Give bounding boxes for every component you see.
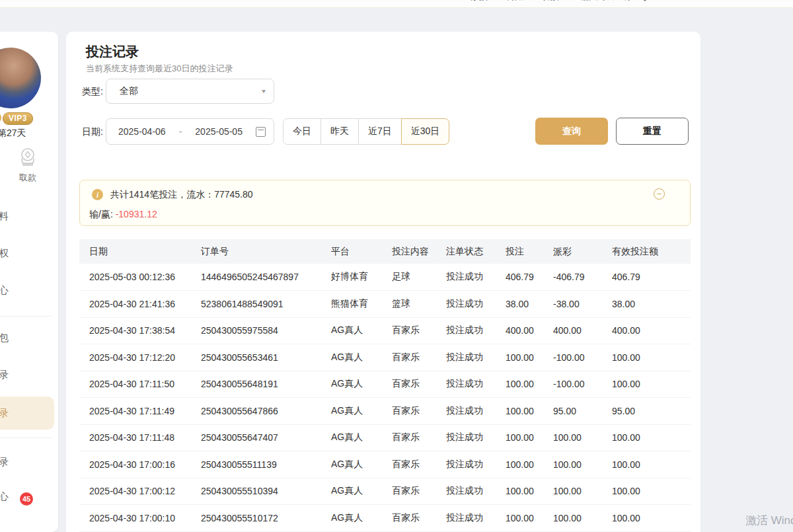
table-column-header: 有效投注额 bbox=[609, 239, 691, 264]
sidebar-item-records[interactable]: 录 bbox=[0, 369, 57, 381]
cell-order: 250430055647866 bbox=[198, 398, 328, 425]
quick-range-近30日[interactable]: 近30日 bbox=[401, 118, 450, 145]
type-select-value: 全部 bbox=[120, 85, 138, 97]
date-start-value: 2025-04-06 bbox=[118, 126, 166, 137]
table-row: 2025-04-30 17:38:54250430055975584AG真人百家… bbox=[79, 317, 691, 344]
cell-valid: 100.00 bbox=[609, 478, 691, 505]
summary-winloss: 输/赢: -10931.12 bbox=[89, 209, 157, 221]
cell-bet: 100.00 bbox=[503, 478, 550, 505]
sidebar-item-profile[interactable]: 料 bbox=[0, 210, 57, 223]
cell-valid: 100.00 bbox=[609, 505, 691, 532]
table-column-header: 投注内容 bbox=[389, 239, 443, 264]
summary-box: i 共计1414笔投注，流水：77745.80 − 输/赢: -10931.12 bbox=[79, 180, 691, 226]
cell-valid: 100.00 bbox=[609, 451, 691, 478]
table-column-header: 派彩 bbox=[550, 239, 609, 264]
cell-date: 2025-05-03 00:12:36 bbox=[79, 264, 198, 291]
cell-status: 投注成功 bbox=[443, 424, 503, 451]
cell-payout: 100.00 bbox=[550, 505, 609, 532]
cell-payout: 100.00 bbox=[550, 478, 609, 505]
query-button[interactable]: 查询 bbox=[535, 118, 608, 145]
sidebar-withdraw-button[interactable]: 取款 bbox=[11, 145, 45, 184]
cell-platform: AG真人 bbox=[328, 505, 389, 532]
page-title: 投注记录 bbox=[86, 43, 139, 61]
cell-content: 足球 bbox=[389, 264, 443, 291]
info-icon: i bbox=[92, 189, 103, 200]
sidebar-item-bet-records-active[interactable]: 录 bbox=[0, 397, 54, 430]
cell-date: 2025-04-30 17:38:54 bbox=[79, 317, 198, 344]
cell-valid: 100.00 bbox=[609, 344, 691, 371]
cell-payout: -38.00 bbox=[550, 291, 609, 318]
cell-date: 2025-04-30 17:12:20 bbox=[79, 344, 198, 371]
bet-records-table: 日期订单号平台投注内容注单状态投注派彩有效投注额 2025-05-03 00:1… bbox=[79, 239, 691, 532]
reset-button[interactable]: 重置 bbox=[616, 118, 689, 145]
cell-valid: 406.79 bbox=[609, 264, 691, 291]
nav-search-text: 输入游戏名称 bbox=[580, 0, 632, 1]
quick-range-近7日[interactable]: 近7日 bbox=[358, 118, 402, 145]
cell-content: 百家乐 bbox=[389, 478, 443, 505]
table-header-row: 日期订单号平台投注内容注单状态投注派彩有效投注额 bbox=[79, 239, 691, 264]
calendar-icon[interactable] bbox=[256, 127, 266, 137]
quick-range-今日[interactable]: 今日 bbox=[283, 118, 321, 145]
search-icon[interactable]: 🔍 bbox=[636, 0, 646, 1]
cell-order: 250430055511139 bbox=[198, 451, 328, 478]
nav-search-input[interactable]: 输入游戏名称🔍 bbox=[580, 0, 646, 3]
table-row: 2025-04-30 17:11:48250430055647407AG真人百家… bbox=[79, 424, 691, 451]
sidebar-item-privilege[interactable]: 权 bbox=[0, 247, 57, 260]
cell-date: 2025-04-30 17:00:12 bbox=[79, 478, 198, 505]
cell-payout: 95.00 bbox=[550, 398, 609, 425]
cell-status: 投注成功 bbox=[443, 398, 503, 425]
cell-platform: 熊猫体育 bbox=[328, 291, 389, 318]
cell-content: 百家乐 bbox=[389, 344, 443, 371]
cell-status: 投注成功 bbox=[443, 371, 503, 398]
collapse-icon[interactable]: − bbox=[654, 188, 665, 200]
cell-platform: AG真人 bbox=[328, 478, 389, 505]
withdraw-label: 取款 bbox=[11, 172, 45, 184]
top-navbar: 存款 转账 取款 输入游戏名称🔍 bbox=[0, 0, 793, 8]
nav-item-withdraw[interactable]: 取款 bbox=[541, 0, 559, 3]
cell-payout: 100.00 bbox=[550, 424, 609, 451]
cell-valid: 400.00 bbox=[609, 317, 691, 344]
cell-bet: 400.00 bbox=[503, 317, 550, 344]
sidebar-divider bbox=[0, 437, 52, 438]
cell-bet: 100.00 bbox=[503, 505, 550, 532]
active-item-label: 录 bbox=[0, 407, 9, 420]
sidebar-item-wallet[interactable]: 包 bbox=[0, 332, 57, 344]
withdraw-icon bbox=[16, 145, 40, 169]
cell-status: 投注成功 bbox=[443, 317, 503, 344]
sidebar-item-center[interactable]: 心 bbox=[0, 284, 57, 297]
table-row: 2025-04-30 17:00:10250430055510172AG真人百家… bbox=[79, 505, 691, 532]
cell-payout: 100.00 bbox=[550, 451, 609, 478]
table-column-header: 订单号 bbox=[198, 239, 328, 264]
cell-status: 投注成功 bbox=[443, 451, 503, 478]
date-range-input[interactable]: 2025-04-06 - 2025-05-05 bbox=[106, 118, 274, 145]
cell-payout: 400.00 bbox=[550, 317, 609, 344]
cell-order: 1446496505245467897 bbox=[198, 264, 328, 291]
quick-range-昨天[interactable]: 昨天 bbox=[321, 118, 359, 145]
windows-activation-watermark: 激活 Windows bbox=[745, 513, 793, 528]
sidebar: VIP3 第27天 取款 料 权 心 包 录 录 录 心 45 bbox=[0, 32, 58, 532]
summary-total-text: 共计1414笔投注，流水：77745.80 bbox=[110, 189, 253, 201]
cell-order: 250430055648191 bbox=[198, 371, 328, 398]
cell-content: 篮球 bbox=[389, 291, 443, 318]
cell-bet: 100.00 bbox=[503, 424, 550, 451]
cell-platform: AG真人 bbox=[328, 344, 389, 371]
sidebar-item-transaction-records[interactable]: 录 bbox=[0, 456, 57, 469]
table-column-header: 投注 bbox=[503, 239, 550, 264]
user-avatar[interactable] bbox=[0, 48, 41, 108]
cell-order: 250430055647407 bbox=[198, 424, 328, 451]
quick-range-group: 今日昨天近7日近30日 bbox=[283, 118, 449, 145]
winloss-value: -10931.12 bbox=[116, 209, 157, 219]
cell-payout: -100.00 bbox=[550, 344, 609, 371]
cell-bet: 38.00 bbox=[503, 291, 550, 318]
date-filter-label: 日期: bbox=[82, 126, 103, 138]
cell-bet: 100.00 bbox=[503, 344, 550, 371]
type-select[interactable]: 全部 ▾ bbox=[106, 79, 274, 104]
cell-platform: AG真人 bbox=[328, 398, 389, 425]
cell-status: 投注成功 bbox=[443, 505, 503, 532]
cell-date: 2025-04-30 17:11:50 bbox=[79, 371, 198, 398]
table-row: 2025-04-30 17:11:49250430055647866AG真人百家… bbox=[79, 398, 691, 425]
nav-item-deposit[interactable]: 存款 bbox=[469, 0, 488, 3]
cell-platform: AG真人 bbox=[328, 317, 389, 344]
nav-item-transfer[interactable]: 转账 bbox=[506, 0, 524, 3]
cell-payout: -406.79 bbox=[550, 264, 609, 291]
